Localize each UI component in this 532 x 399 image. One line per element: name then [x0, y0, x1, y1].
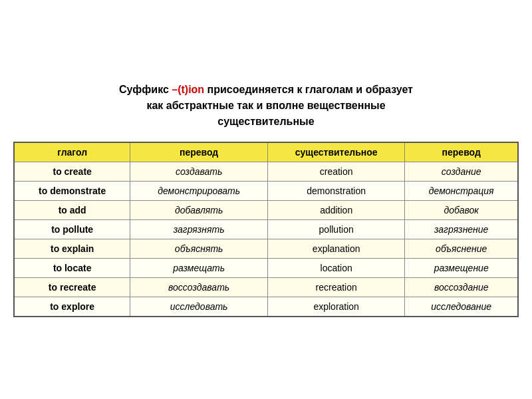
cell-0-2: creation	[267, 162, 404, 182]
cell-7-3: исследование	[405, 297, 518, 317]
title-suffix-post: присоединяется к глаголам и образует	[204, 84, 413, 95]
header-noun: существительное	[267, 142, 404, 162]
cell-1-3: демонстрация	[405, 182, 518, 201]
cell-2-2: addition	[267, 201, 404, 220]
cell-6-3: воссоздание	[405, 278, 518, 297]
table-row: to exploreисследоватьexplorationисследов…	[14, 297, 518, 317]
cell-5-2: location	[267, 259, 404, 278]
table-row: to demonstrateдемонстрироватьdemonstrati…	[14, 182, 518, 201]
cell-3-0: to pollute	[14, 220, 130, 239]
title-suffix-highlight: –(t)ion	[172, 84, 204, 95]
cell-5-1: размещать	[130, 259, 268, 278]
header-verb: глагол	[14, 142, 130, 162]
cell-4-0: to explain	[14, 239, 130, 259]
cell-5-3: размещение	[405, 259, 518, 278]
cell-0-1: создавать	[130, 162, 268, 182]
table-row: to polluteзагрязнятьpollutionзагрязнение	[14, 220, 518, 239]
cell-7-1: исследовать	[130, 297, 268, 317]
cell-0-0: to create	[14, 162, 130, 182]
header-translation1: перевод	[130, 142, 268, 162]
table-row: to explainобъяснятьexplanationобъяснение	[14, 239, 518, 259]
table-header: глагол перевод существительное перевод	[14, 142, 518, 162]
cell-3-1: загрязнять	[130, 220, 268, 239]
vocabulary-table: глагол перевод существительное перевод t…	[13, 142, 519, 317]
cell-6-1: воссоздавать	[130, 278, 268, 297]
header-row: глагол перевод существительное перевод	[14, 142, 518, 162]
table-row: to addдобавлятьadditionдобавок	[14, 201, 518, 220]
cell-4-3: объяснение	[405, 239, 518, 259]
cell-6-0: to recreate	[14, 278, 130, 297]
table-row: to createсоздаватьcreationсоздание	[14, 162, 518, 182]
table-row: to recreateвоссоздаватьrecreationвоссозд…	[14, 278, 518, 297]
cell-2-1: добавлять	[130, 201, 268, 220]
title-line2: как абстрактные так и вполне вещественны…	[146, 100, 385, 111]
cell-3-2: pollution	[267, 220, 404, 239]
cell-1-1: демонстрировать	[130, 182, 268, 201]
page-title: Суффикс –(t)ion присоединяется к глагола…	[119, 82, 413, 130]
cell-1-0: to demonstrate	[14, 182, 130, 201]
cell-7-2: exploration	[267, 297, 404, 317]
cell-7-0: to explore	[14, 297, 130, 317]
cell-6-2: recreation	[267, 278, 404, 297]
table-body: to createсоздаватьcreationсозданиеto dem…	[14, 162, 518, 317]
cell-5-0: to locate	[14, 259, 130, 278]
cell-4-2: explanation	[267, 239, 404, 259]
title-prefix: Суффикс	[119, 84, 172, 95]
title-line3: существительные	[217, 116, 314, 127]
cell-4-1: объяснять	[130, 239, 268, 259]
cell-0-3: создание	[405, 162, 518, 182]
header-translation2: перевод	[405, 142, 518, 162]
cell-2-0: to add	[14, 201, 130, 220]
cell-1-2: demonstration	[267, 182, 404, 201]
table-row: to locateразмещатьlocationразмещение	[14, 259, 518, 278]
cell-3-3: загрязнение	[405, 220, 518, 239]
title-line1: Суффикс –(t)ion присоединяется к глагола…	[119, 84, 413, 95]
cell-2-3: добавок	[405, 201, 518, 220]
